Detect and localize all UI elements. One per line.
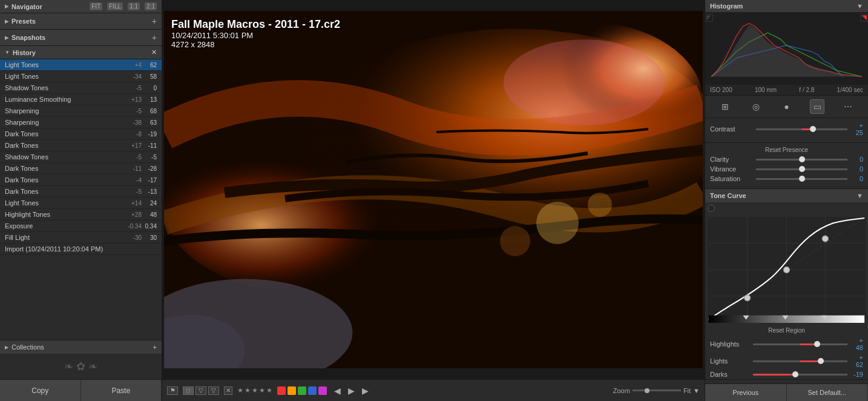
crop-tool[interactable]: ⊞: [718, 99, 732, 114]
snapshots-add-btn[interactable]: +: [152, 33, 157, 42]
zoom-dropdown-btn[interactable]: ▼: [693, 387, 700, 394]
history-item[interactable]: Sharpening -5 68: [0, 105, 162, 117]
set-default-button[interactable]: Set Default...: [787, 384, 869, 401]
history-item[interactable]: Dark Tones -8 -19: [0, 128, 162, 140]
darks-slider[interactable]: [753, 374, 847, 376]
flag-white-btn[interactable]: □: [183, 386, 194, 395]
color-label-blue[interactable]: [308, 386, 317, 395]
star-2[interactable]: ★: [245, 386, 251, 394]
history-item[interactable]: Light Tones -34 58: [0, 71, 162, 82]
history-item[interactable]: Sharpening -38 63: [0, 117, 162, 128]
color-label-purple[interactable]: [318, 386, 327, 395]
tone-curve-header[interactable]: Tone Curve ▼: [705, 189, 868, 202]
presence-section: Reset Presence Clarity 0 Vibrance 0 Satu…: [705, 143, 868, 189]
histogram-header[interactable]: Histogram ▼: [705, 0, 868, 12]
star-3[interactable]: ★: [252, 386, 258, 394]
flag-group: □ ▽ ▽: [183, 386, 219, 395]
zoom-fit-label[interactable]: Fit: [683, 387, 691, 394]
brush-tool[interactable]: ⋯: [841, 99, 855, 114]
history-item[interactable]: Fill Light -30 30: [0, 232, 162, 244]
paste-button[interactable]: Paste: [81, 380, 162, 401]
histogram-dropdown-icon[interactable]: ▼: [856, 2, 863, 10]
nav-2to1-btn[interactable]: 2:1: [145, 2, 157, 10]
collections-header[interactable]: ▶ Collections +: [0, 340, 162, 354]
svg-point-4: [536, 202, 579, 244]
history-item[interactable]: Dark Tones -5 -13: [0, 186, 162, 197]
svg-point-24: [822, 236, 828, 242]
presets-header[interactable]: ▶ Presets +: [0, 13, 162, 30]
tone-curve-chart[interactable]: [708, 217, 866, 323]
history-item[interactable]: Highlight Tones +28 48: [0, 209, 162, 220]
copy-button[interactable]: Copy: [0, 380, 81, 401]
saturation-slider[interactable]: [756, 178, 847, 180]
navigator-controls: FIT FILL 1:1 2:1: [90, 2, 157, 10]
clarity-slider[interactable]: [756, 159, 847, 161]
star-4[interactable]: ★: [259, 386, 265, 394]
nav-fit-btn[interactable]: FIT: [90, 2, 102, 10]
history-item[interactable]: Shadow Tones -5 -5: [0, 151, 162, 163]
darks-thumb[interactable]: [792, 371, 798, 377]
reset-presence-btn[interactable]: Reset Presence: [710, 147, 863, 153]
saturation-thumb[interactable]: [799, 176, 805, 182]
color-label-green[interactable]: [298, 386, 306, 395]
clarity-value: 0: [851, 156, 863, 163]
nav-fill-btn[interactable]: FILL: [107, 2, 123, 10]
snapshots-header[interactable]: ▶ Snapshots +: [0, 30, 162, 46]
star-5[interactable]: ★: [266, 386, 272, 394]
contrast-thumb[interactable]: [810, 126, 816, 132]
presets-add-btn[interactable]: +: [152, 16, 157, 26]
lights-thumb[interactable]: [818, 358, 824, 364]
nav-1to1-btn[interactable]: 1:1: [128, 2, 140, 10]
flag-alt2-btn[interactable]: ▽: [208, 386, 219, 395]
tone-curve-dropdown-icon[interactable]: ▼: [856, 192, 863, 199]
spot-removal-tool[interactable]: ◎: [749, 99, 763, 114]
history-item-value: 62: [142, 62, 157, 68]
previous-button[interactable]: Previous: [705, 384, 787, 401]
star-rating[interactable]: ★ ★ ★ ★ ★: [237, 386, 272, 394]
star-1[interactable]: ★: [237, 386, 243, 394]
history-item[interactable]: Exposure -0.34 0.34: [0, 220, 162, 232]
flag-alt-btn[interactable]: ▽: [196, 386, 206, 395]
clarity-thumb[interactable]: [799, 156, 805, 162]
history-item[interactable]: Light Tones +14 24: [0, 197, 162, 209]
collections-add-btn[interactable]: +: [153, 343, 157, 351]
flag-button[interactable]: ⚑: [167, 386, 178, 395]
next-arrow-btn[interactable]: ▶: [346, 385, 357, 397]
history-close-btn[interactable]: ✕: [151, 48, 157, 56]
histogram-chart: [705, 12, 868, 85]
vibrance-thumb[interactable]: [799, 166, 805, 172]
image-dimensions: 4272 x 2848: [171, 40, 340, 49]
history-item-name: Dark Tones: [5, 142, 123, 149]
color-label-yellow[interactable]: [288, 386, 296, 395]
history-item[interactable]: Luminance Smoothing +13 13: [0, 94, 162, 105]
reset-region-label[interactable]: Reset Region: [705, 325, 868, 336]
history-item[interactable]: Shadow Tones -5 0: [0, 82, 162, 94]
navigator-header[interactable]: ▶ Navigator FIT FILL 1:1 2:1: [0, 0, 162, 13]
highlights-thumb[interactable]: [814, 341, 820, 347]
tone-curve-circle-btn[interactable]: [708, 205, 715, 212]
vibrance-slider[interactable]: [756, 168, 847, 170]
prev-arrow-btn[interactable]: ◀: [332, 385, 343, 397]
lights-slider[interactable]: [753, 360, 847, 362]
vibrance-label: Vibrance: [710, 165, 752, 173]
play-button[interactable]: ▶: [362, 386, 369, 396]
zoom-slider[interactable]: [633, 389, 681, 391]
history-item[interactable]: Dark Tones -4 -17: [0, 174, 162, 186]
history-item-value: 24: [142, 200, 157, 207]
history-item[interactable]: Dark Tones +17 -11: [0, 140, 162, 151]
history-item[interactable]: Dark Tones -11 -28: [0, 163, 162, 174]
history-header[interactable]: ▼ History ✕: [0, 46, 162, 59]
presets-collapse-icon: ▶: [5, 19, 8, 24]
reject-button[interactable]: ✕: [224, 386, 232, 395]
history-item[interactable]: Light Tones +4 62: [0, 59, 162, 71]
svg-point-6: [500, 226, 530, 256]
history-item[interactable]: Import (10/24/2011 10:20:04 PM): [0, 244, 162, 255]
history-item-delta: -34: [123, 73, 142, 80]
image-area[interactable]: Fall Maple Macros - 2011 - 17.cr2 10/24/…: [162, 0, 705, 379]
contrast-slider[interactable]: [756, 128, 847, 130]
graduated-filter-tool[interactable]: ▭: [810, 99, 824, 114]
snapshots-collapse-icon: ▶: [5, 35, 8, 41]
highlights-slider[interactable]: [753, 343, 847, 345]
color-label-red[interactable]: [277, 386, 286, 395]
red-eye-tool[interactable]: ●: [779, 99, 794, 114]
